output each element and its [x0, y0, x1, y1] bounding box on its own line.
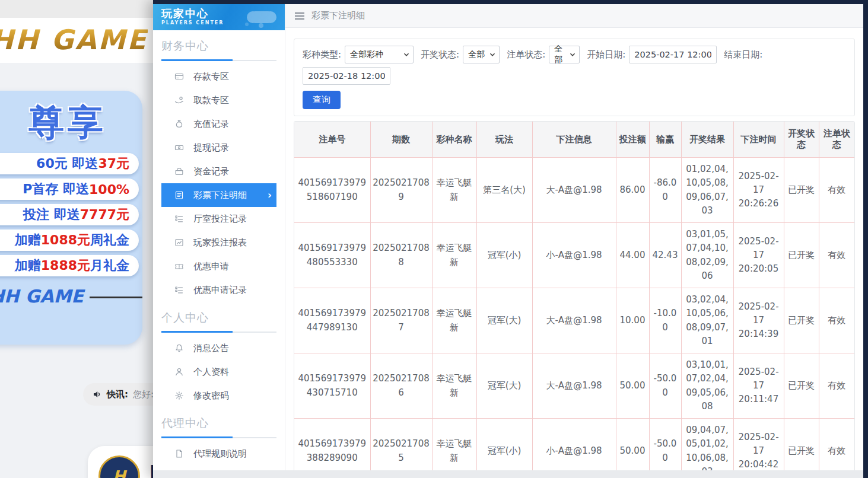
promo-pill: 60元 即送37元 — [0, 153, 139, 174]
sidebar-item-优惠申请[interactable]: 优惠申请› — [161, 254, 276, 278]
speaker-icon — [93, 390, 102, 399]
column-header: 期数 — [370, 122, 432, 158]
sidebar-item-彩票下注明细[interactable]: 彩票下注明细› — [161, 183, 276, 207]
table-cell: 03,10,01,07,02,04,09,05,06,08 — [681, 353, 733, 419]
sidebar-item-消息公告[interactable]: 消息公告› — [161, 336, 276, 360]
table-cell: 大-A盘@1.98 — [532, 288, 616, 353]
table-cell: 冠军(大) — [476, 288, 532, 353]
chevron-down-icon — [570, 52, 576, 58]
column-header: 下注信息 — [532, 122, 616, 158]
section-divider — [161, 332, 276, 333]
document-icon — [174, 449, 184, 458]
sidebar-item-优惠申请记录[interactable]: 优惠申请记录› — [161, 278, 276, 302]
draw-status-select[interactable]: 全部 — [463, 46, 500, 63]
promo-pill: 投注 即送7777元 — [0, 204, 139, 225]
order-status-select[interactable]: 全部 — [549, 46, 580, 63]
bets-table-container: 注单号期数彩种名称玩法下注信息投注额输赢开奖结果下注时间开奖状态注单状态4015… — [294, 121, 855, 470]
ticket-icon — [174, 262, 184, 271]
table-cell: 冠军(小) — [476, 419, 532, 471]
order-status-label: 注单状态: — [507, 49, 545, 60]
table-cell: 01,02,04,10,05,08,09,06,07,03 — [681, 158, 733, 223]
column-header: 注单状态 — [819, 122, 854, 158]
chart-icon — [174, 238, 184, 247]
list-icon — [174, 285, 184, 295]
sidebar-item-label: 厅室投注记录 — [193, 213, 276, 225]
table-cell: 401569173979447989130 — [294, 288, 370, 353]
table-cell: 10.00 — [616, 288, 649, 353]
table-cell: 已开奖 — [784, 419, 819, 471]
promo-pill: 加赠1088元周礼金 — [0, 230, 139, 251]
main-content: 彩票下注明细 彩种类型: 全部彩种 开奖状态: 全部 注单状态: 全部 — [285, 4, 863, 470]
table-cell: 2025-02-17 20:11:47 — [733, 353, 784, 419]
table-cell: 幸运飞艇新 — [432, 288, 476, 353]
table-cell: 幸运飞艇新 — [432, 419, 476, 471]
table-cell: 已开奖 — [784, 288, 819, 353]
ticker-message: 您好: — [133, 389, 154, 400]
sidebar-item-取款专区[interactable]: 取款专区› — [161, 88, 276, 112]
sidebar-item-label: 彩票下注明细 — [193, 190, 268, 201]
brand-emblem: H — [98, 455, 140, 478]
table-cell: 09,04,07,05,01,02,10,06,08,03 — [681, 419, 733, 471]
table-cell: 有效 — [819, 353, 854, 419]
start-date-input[interactable] — [629, 46, 717, 63]
table-cell: 幸运飞艇新 — [432, 223, 476, 288]
table-cell: 已开奖 — [784, 223, 819, 288]
table-cell: 401569173979388289090 — [294, 419, 370, 471]
sidebar-item-厅室投注记录[interactable]: 厅室投注记录› — [161, 207, 276, 231]
lottery-type-select[interactable]: 全部彩种 — [345, 46, 414, 63]
chevron-down-icon — [403, 52, 409, 58]
sidebar-item-代理规则说明[interactable]: 代理规则说明› — [161, 442, 276, 466]
table-cell: 小-A盘@1.98 — [532, 223, 616, 288]
hand-coin-icon — [174, 95, 184, 105]
promo-banner: 尊享 60元 即送37元P首存 即送100%投注 即送7777元加赠1088元周… — [0, 91, 142, 345]
table-row: 40156917397938828909020250217085幸运飞艇新冠军(… — [294, 419, 854, 471]
bets-table: 注单号期数彩种名称玩法下注信息投注额输赢开奖结果下注时间开奖状态注单状态4015… — [294, 122, 854, 470]
end-date-input[interactable] — [303, 67, 390, 85]
column-header: 投注额 — [616, 122, 649, 158]
sidebar: 玩家中心 PLAYERS CENTER 财务中心存款专区›取款专区›充值记录›提… — [153, 4, 285, 470]
bell-icon — [174, 343, 184, 353]
column-header: 开奖结果 — [681, 122, 733, 158]
section-divider — [161, 437, 276, 438]
table-cell: 2025-02-17 20:26:26 — [733, 158, 784, 223]
table-cell: -50.00 — [649, 353, 681, 419]
page-title: 彩票下注明细 — [311, 10, 365, 21]
sidebar-item-资金记录[interactable]: 资金记录› — [161, 160, 276, 183]
table-cell: 50.00 — [616, 353, 649, 419]
table-cell: 50.00 — [616, 419, 649, 471]
column-header: 注单号 — [294, 122, 370, 158]
table-cell: 20250217086 — [370, 353, 432, 419]
sidebar-header: 玩家中心 PLAYERS CENTER — [153, 4, 285, 30]
sidebar-item-label: 代理规则说明 — [193, 448, 276, 460]
sidebar-item-存款专区[interactable]: 存款专区› — [161, 65, 276, 88]
table-cell: 2025-02-17 20:04:42 — [733, 419, 784, 471]
end-date-label: 结束日期: — [724, 49, 762, 60]
sidebar-item-玩家投注报表[interactable]: 玩家投注报表› — [161, 231, 276, 254]
query-button[interactable]: 查询 — [303, 91, 341, 109]
frame-top-strip — [153, 0, 868, 4]
sidebar-item-修改密码[interactable]: 修改密码› — [161, 384, 276, 407]
menu-icon[interactable] — [295, 12, 304, 20]
sidebar-section-title: 代理中心 — [161, 416, 276, 431]
column-header: 下注时间 — [733, 122, 784, 158]
sidebar-item-个人资料[interactable]: 个人资料› — [161, 360, 276, 384]
column-header: 开奖状态 — [784, 122, 819, 158]
chevron-down-icon — [489, 52, 495, 58]
table-cell: 20250217087 — [370, 288, 432, 353]
table-cell: 42.43 — [649, 223, 681, 288]
sidebar-item-代理团队统计[interactable]: 代理团队统计› — [161, 466, 276, 470]
table-cell: 有效 — [819, 288, 854, 353]
section-divider — [161, 60, 276, 61]
site-logo: HH GAME — [0, 24, 148, 56]
sidebar-item-label: 资金记录 — [193, 166, 276, 177]
sidebar-item-label: 存款专区 — [193, 71, 276, 82]
table-cell: 86.00 — [616, 158, 649, 223]
table-cell: 44.00 — [616, 223, 649, 288]
promo-pill-list: 60元 即送37元P首存 即送100%投注 即送7777元加赠1088元周礼金加… — [0, 153, 142, 276]
table-cell: 20250217085 — [370, 419, 432, 471]
table-row: 40156917397944798913020250217087幸运飞艇新冠军(… — [294, 288, 854, 353]
table-cell: 03,02,04,10,05,06,08,09,07,01 — [681, 288, 733, 353]
sidebar-item-提现记录[interactable]: 提现记录› — [161, 136, 276, 160]
table-cell: 20250217089 — [370, 158, 432, 223]
sidebar-item-充值记录[interactable]: 充值记录› — [161, 112, 276, 136]
